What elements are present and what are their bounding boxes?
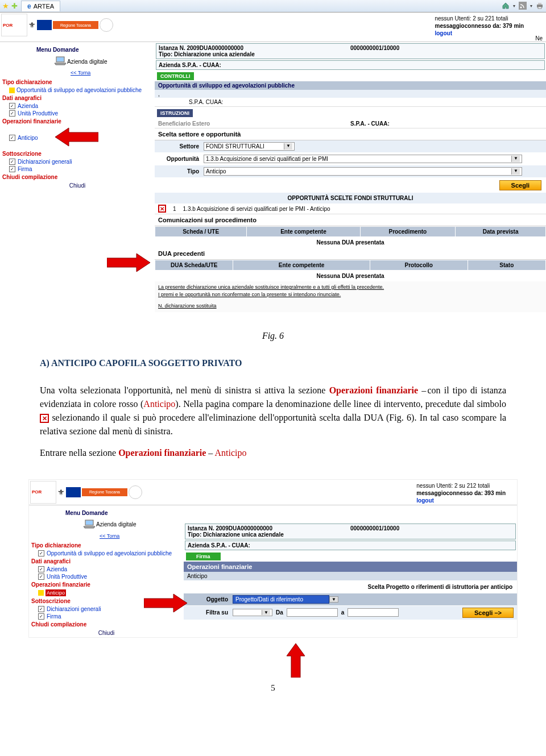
filtra-select[interactable]: ▼: [233, 609, 272, 616]
doc-heading: A) ANTICIPO CAPOFILA SOGGETTO PRIVATO: [40, 356, 506, 370]
oggetto-select[interactable]: Progetto/Dati di riferimento: [233, 595, 329, 604]
tuscany-emblem-icon: [129, 485, 142, 499]
browser-tab[interactable]: e ARTEA: [21, 1, 60, 11]
azienda-row: Azienda S.P.A. - CUAA:: [188, 542, 250, 549]
ie-logo-icon: e: [27, 2, 31, 10]
pencil-icon: [38, 590, 44, 596]
chevron-down-icon: ▼: [284, 143, 292, 149]
red-arrow-icon: [2, 251, 152, 275]
sidebar-item-anticipo[interactable]: Anticipo: [2, 134, 38, 142]
laptop-icon: [53, 56, 67, 67]
th-stato: Stato: [468, 260, 545, 271]
header-status: nessun Utenti: 2 su 212 totali messaggio…: [416, 480, 517, 504]
oggetto-label: Oggetto: [187, 596, 233, 603]
sidebar-item-unita[interactable]: Unità Produttive: [31, 573, 181, 580]
svg-marker-7: [55, 128, 98, 146]
note-3: N. dichiarazione sostituita: [155, 300, 546, 312]
settore-label: Settore: [158, 143, 204, 149]
checkbox-icon: [38, 613, 44, 620]
row-text: 1.3.b Acquisizione di servizi qualificat…: [183, 206, 330, 212]
sidebar-2: Menu Domande Azienda digitale << Torna T…: [29, 505, 184, 637]
th-ente: Ente competente: [233, 260, 370, 271]
firma-button[interactable]: Firma: [186, 553, 221, 560]
row-num: 1: [173, 206, 176, 212]
sidebar-heading: Menu Domande: [2, 43, 152, 55]
feed-icon[interactable]: [519, 2, 527, 11]
red-arrow-up-icon: [262, 638, 330, 678]
th-scheda: Scheda / UTE: [155, 227, 247, 237]
favorites-star-icon[interactable]: ★: [2, 2, 9, 10]
sidebar-item-azienda[interactable]: Azienda: [31, 566, 181, 573]
red-arrow-icon: [144, 592, 187, 616]
sidebar-item-azienda-digitale[interactable]: Azienda digitale: [31, 518, 181, 531]
add-favorite-icon[interactable]: ✚: [11, 2, 18, 10]
document-body: Fig. 6 A) ANTICIPO CAPOFILA SOGGETTO PRI…: [0, 312, 546, 479]
chevron-down-icon: ▼: [329, 596, 338, 603]
svg-marker-11: [144, 594, 187, 612]
eu-flag-icon: [66, 487, 81, 497]
comunicazioni-heading: Comunicazioni sul procedimento: [155, 214, 546, 226]
back-link[interactable]: << Torna: [2, 68, 152, 78]
scegli-button-2[interactable]: Scegli –>: [462, 608, 514, 618]
tipo-label: Tipo: Dichiarazione unica aziendale: [159, 51, 255, 57]
logout-link[interactable]: logout: [435, 30, 452, 36]
sidebar-op-fin: Operazioni finanziarie: [2, 117, 152, 126]
a-input[interactable]: [348, 608, 399, 617]
checkbox-icon: [9, 135, 15, 141]
page-number: 5: [0, 678, 546, 699]
home-icon[interactable]: [502, 2, 510, 11]
spa-cuaa2: S.P.A. - CUAA:: [350, 121, 543, 127]
sidebar-tipo-dich: Tipo dichiarazione: [31, 541, 181, 550]
regione-toscana-badge: Regione Toscana: [53, 21, 98, 29]
tipo-select[interactable]: Anticipo▼: [204, 167, 522, 176]
checkbox-icon: [9, 110, 15, 117]
sidebar-item-dich-gen[interactable]: Dichiarazioni generali: [2, 158, 152, 165]
sidebar-item-opportunita[interactable]: Opportunità di sviluppo ed agevolazioni …: [2, 86, 152, 94]
ie-toolbar: ★ ✚ e ARTEA ▾ ▾: [0, 0, 546, 13]
istruzioni-button[interactable]: ISTRUZIONI: [157, 109, 193, 117]
scegli-button[interactable]: Scegli: [499, 180, 541, 190]
azienda-row: Azienda S.P.A. - CUAA:: [159, 62, 221, 68]
th-dua: DUA Scheda/UTE: [155, 260, 233, 271]
sidebar-item-azienda[interactable]: Azienda: [2, 102, 152, 110]
controlli-button[interactable]: CONTROLLI: [157, 72, 194, 80]
checkbox-icon: [9, 103, 15, 109]
checkbox-icon: [9, 159, 15, 165]
sidebar-item-unita[interactable]: Unità Produttive: [2, 110, 152, 117]
sidebar-item-opportunita[interactable]: Opportunità di sviluppo ed agevolazioni …: [31, 550, 181, 557]
benef-label: Beneficiario Estero: [158, 121, 350, 127]
app-header-2: POR ⚜ Regione Toscana nessun Utenti: 2 s…: [29, 480, 517, 505]
dropdown-icon[interactable]: ▾: [513, 3, 515, 9]
header-status: nessun Utenti: 2 su 221 totali messaggio…: [435, 13, 535, 37]
por-logo: POR: [1, 14, 27, 36]
checkbox-icon: [38, 574, 44, 580]
sidebar-chiudi-link[interactable]: Chiudi: [31, 629, 181, 636]
sidebar-dati-anag: Dati anagrafici: [2, 94, 152, 102]
delete-icon[interactable]: ✕: [158, 205, 166, 213]
op-fin-bar: Operazioni finanziarie: [184, 562, 517, 572]
svg-rect-6: [57, 57, 64, 61]
print-icon[interactable]: [536, 2, 544, 11]
tuscany-emblem-icon: [100, 18, 113, 32]
logout-link[interactable]: logout: [416, 497, 434, 504]
main-content-2: Istanza N. 2009DUA0000000000 Tipo: Dichi…: [184, 505, 517, 620]
dua-prec-heading: DUA precedenti: [155, 248, 546, 260]
dropdown-icon[interactable]: ▾: [530, 3, 532, 9]
settore-select[interactable]: FONDI STRUTTURALI▼: [204, 142, 295, 151]
sidebar-item-firma[interactable]: Firma: [2, 165, 152, 173]
sidebar-item-azienda-digitale[interactable]: Azienda digitale: [2, 55, 152, 68]
svg-point-1: [520, 6, 522, 8]
eu-flag-icon: [37, 20, 52, 30]
sidebar: Menu Domande Azienda digitale << Torna T…: [0, 42, 155, 276]
chevron-down-icon: ▼: [511, 168, 520, 175]
chevron-down-icon: ▼: [262, 610, 270, 615]
opportunita-select[interactable]: 1.3.b Acquisizione di servizi qualificat…: [204, 155, 522, 163]
da-input[interactable]: [287, 608, 338, 617]
tipo-label: Tipo: [158, 168, 204, 175]
sidebar-heading: Menu Domande: [31, 506, 181, 518]
anticipo-tab[interactable]: Anticipo: [184, 572, 517, 580]
doc-paragraph-1: Una volta selezionata l'opportunità, nel…: [40, 384, 506, 438]
back-link[interactable]: << Torna: [31, 531, 181, 541]
sidebar-chiudi-link[interactable]: Chiudi: [2, 181, 152, 189]
tipo-label: Tipo: Dichiarazione unica aziendale: [188, 531, 284, 538]
